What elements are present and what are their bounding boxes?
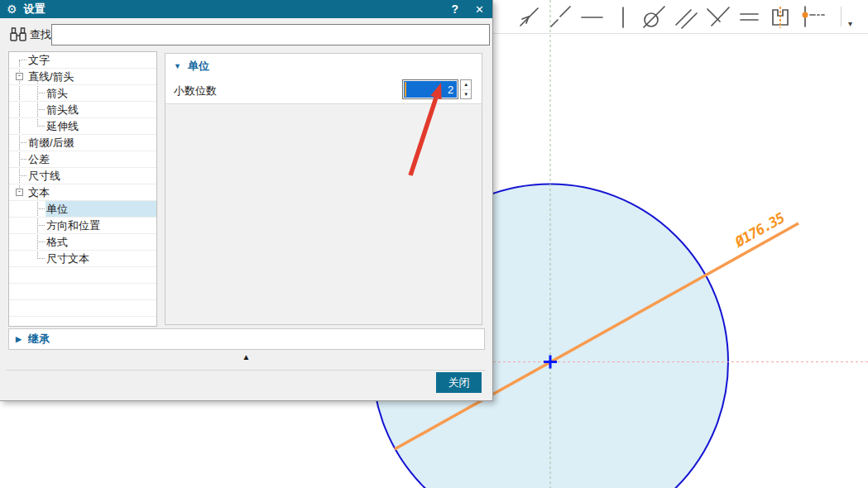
section-expand-icon: ▶ <box>16 335 22 343</box>
tree-item[interactable]: 尺寸线 <box>9 168 156 184</box>
tree-item-label: 箭头线 <box>46 102 79 117</box>
tree-item-label: 文本 <box>28 184 50 200</box>
tree-item-label: 文字 <box>28 52 50 68</box>
tree-empty-row <box>9 284 156 300</box>
tree-item-label: 延伸线 <box>46 118 79 134</box>
units-section-title: 单位 <box>188 59 209 74</box>
horizontal-dimension-icon[interactable] <box>578 2 606 31</box>
footer-divider <box>7 370 486 371</box>
tree-collapse-toggle-icon[interactable]: - <box>16 189 23 196</box>
angular-dimension-icon[interactable] <box>703 2 731 31</box>
units-section-header[interactable]: ▼ 单位 <box>174 59 209 74</box>
tree-item[interactable]: 文字 <box>9 52 156 69</box>
tree-item-label: 箭头 <box>46 85 68 101</box>
tree-item[interactable]: -文本 <box>9 184 156 201</box>
symmetry-constraint-icon[interactable] <box>766 2 794 31</box>
tree-item-label: 尺寸线 <box>28 168 60 184</box>
tree-collapse-toggle-icon[interactable]: - <box>16 73 23 80</box>
text-caret <box>405 82 406 97</box>
tree-item[interactable]: 格式 <box>9 234 156 251</box>
decimal-places-input[interactable]: 2 <box>402 79 458 99</box>
toolbar-dropdown-arrow[interactable]: ▾ <box>845 19 856 28</box>
rapid-dimension-icon[interactable] <box>515 2 543 31</box>
search-label: 查找 <box>30 27 51 42</box>
help-button[interactable]: ? <box>452 2 459 16</box>
spin-down-button[interactable]: ▼ <box>461 90 471 99</box>
decimal-places-value: 2 <box>448 84 453 96</box>
tree-item-label: 单位 <box>46 201 68 217</box>
inherit-section-title: 继承 <box>28 332 50 347</box>
vertical-dimension-icon[interactable] <box>609 2 637 31</box>
tree-item-label: 尺寸文本 <box>46 251 89 266</box>
dimension-toolbar: ▾ <box>493 0 868 34</box>
binoculars-icon <box>8 25 28 45</box>
tree-item[interactable]: 单位 <box>9 201 156 218</box>
point-on-line-icon[interactable] <box>798 2 826 31</box>
inherit-section-header[interactable]: ▶ 继承 <box>8 328 485 350</box>
dialog-title: 设置 <box>24 2 46 17</box>
spinner-buttons: ▲ ▼ <box>460 79 472 99</box>
tree-empty-row <box>9 300 156 317</box>
close-button[interactable]: 关闭 <box>436 372 482 393</box>
section-collapse-icon: ▼ <box>174 62 181 70</box>
settings-dialog: ⚙ 设置 ? ✕ 查找 文字-直线/箭头箭头箭头线延伸线前缀/后缀公差尺寸线-文… <box>0 0 493 401</box>
tree-item-label: 直线/箭头 <box>28 69 74 84</box>
search-input[interactable] <box>51 24 490 45</box>
tree-item[interactable]: 前缀/后缀 <box>9 135 156 151</box>
linear-dimension-icon[interactable] <box>546 2 574 31</box>
tree-item[interactable]: 箭头线 <box>9 102 156 118</box>
app-window: { "window": { "title": "设置", "help": "?"… <box>0 0 868 488</box>
tree-item[interactable]: 方向和位置 <box>9 218 156 234</box>
tree-item[interactable]: 箭头 <box>9 85 156 102</box>
dialog-collapse-button[interactable]: ▲ <box>0 352 492 361</box>
settings-tree: 文字-直线/箭头箭头箭头线延伸线前缀/后缀公差尺寸线-文本单位方向和位置格式尺寸… <box>8 51 157 327</box>
tree-item[interactable]: 公差 <box>9 151 156 168</box>
close-icon[interactable]: ✕ <box>475 3 484 16</box>
units-panel: ▼ 单位 小数位数 2 ▲ ▼ <box>165 53 482 325</box>
tree-item-label: 前缀/后缀 <box>28 135 74 151</box>
parallel-dimension-icon[interactable] <box>672 2 700 31</box>
tree-item[interactable]: 延伸线 <box>9 118 156 135</box>
tree-item-label: 方向和位置 <box>46 218 100 233</box>
diameter-dimension-icon[interactable] <box>640 2 669 31</box>
tree-empty-row <box>9 267 156 284</box>
tree-item-label: 格式 <box>46 234 68 250</box>
decimal-places-stepper: 2 ▲ ▼ <box>402 79 472 99</box>
gear-icon: ⚙ <box>7 3 17 15</box>
spin-up-button[interactable]: ▲ <box>461 80 471 90</box>
toolbar-separator <box>841 7 842 26</box>
search-row: 查找 <box>0 22 492 48</box>
equal-constraint-icon[interactable] <box>735 2 763 31</box>
tree-item-label: 公差 <box>28 151 50 167</box>
tree-item[interactable]: 尺寸文本 <box>9 251 156 267</box>
tree-empty-row <box>9 317 156 327</box>
tree-item[interactable]: -直线/箭头 <box>9 69 156 85</box>
dialog-titlebar[interactable]: ⚙ 设置 ? ✕ <box>0 0 492 18</box>
decimal-places-label: 小数位数 <box>174 84 217 98</box>
